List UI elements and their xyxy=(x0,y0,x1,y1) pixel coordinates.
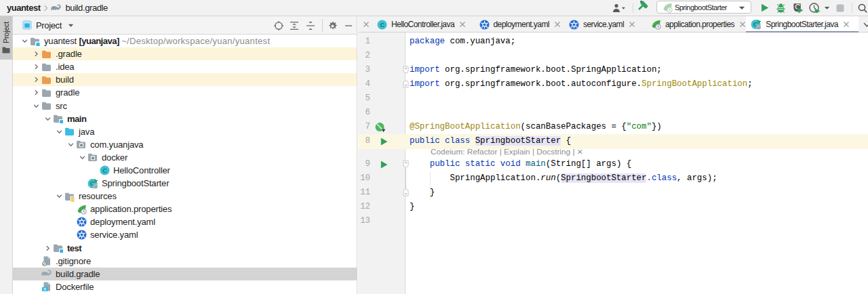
svg-text:D: D xyxy=(43,287,46,291)
svg-text:C: C xyxy=(102,167,107,174)
svg-text:C: C xyxy=(380,22,384,28)
